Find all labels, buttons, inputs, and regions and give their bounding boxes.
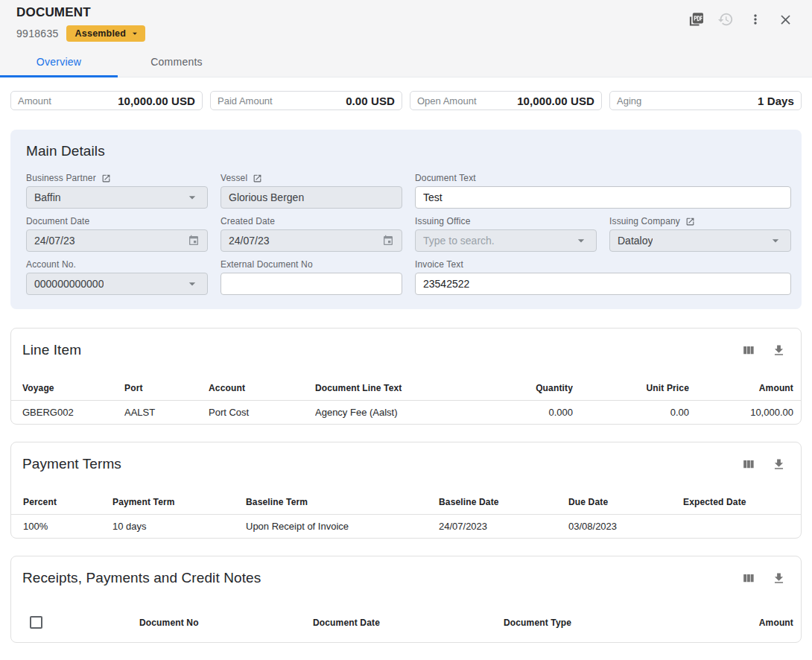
- status-badge[interactable]: Assembled: [66, 25, 146, 42]
- document-text-input[interactable]: Test: [415, 186, 791, 209]
- created-date-picker[interactable]: 24/07/23: [221, 229, 402, 252]
- open-in-new-icon[interactable]: [101, 174, 111, 183]
- issuing-company-select[interactable]: Dataloy: [609, 229, 791, 252]
- stat-amount: Amount 10,000.00 USD: [10, 91, 203, 110]
- calendar-icon: [188, 235, 200, 247]
- business-partner-select[interactable]: Baffin: [26, 186, 208, 209]
- stat-value: 0.00 USD: [346, 95, 395, 107]
- download-button[interactable]: [771, 571, 786, 586]
- field-issuing-company: Issuing Company Dataloy: [609, 216, 791, 252]
- field-label: External Document No: [221, 259, 313, 270]
- columns-button[interactable]: [740, 343, 755, 358]
- dropdown-arrow-icon: [574, 233, 589, 248]
- dropdown-arrow-icon: [185, 276, 200, 291]
- line-item-table-header: Voyage Port Account Document Line Text Q…: [11, 376, 801, 401]
- payment-terms-table-row[interactable]: 100% 10 days Upon Receipt of Invoice 24/…: [11, 515, 801, 538]
- line-item-table-row[interactable]: GBERG002 AALST Port Cost Agency Fee (Aal…: [11, 401, 801, 424]
- field-label: Business Partner: [26, 173, 96, 183]
- header-actions: [687, 10, 794, 28]
- download-icon: [772, 343, 786, 358]
- stat-open-amount: Open Amount 10,000.00 USD: [410, 91, 602, 110]
- section-title-main-details: Main Details: [26, 142, 791, 160]
- columns-icon: [741, 457, 755, 472]
- document-content: Amount 10,000.00 USD Paid Amount 0.00 US…: [0, 77, 812, 643]
- section-title-payment-terms: Payment Terms: [22, 455, 121, 473]
- main-details-section: Main Details Business Partner Baffin: [10, 130, 802, 309]
- document-number: 9918635: [16, 28, 59, 39]
- more-options-button[interactable]: [746, 10, 764, 28]
- invoice-text-input[interactable]: 23542522: [415, 273, 791, 295]
- field-label: Created Date: [221, 216, 275, 226]
- tab-overview[interactable]: Overview: [0, 46, 118, 77]
- field-created-date: Created Date 24/07/23: [221, 216, 402, 252]
- download-icon: [772, 457, 786, 472]
- dropdown-arrow-icon: [185, 190, 200, 205]
- close-button[interactable]: [776, 10, 794, 28]
- tab-comments[interactable]: Comments: [118, 46, 235, 77]
- select-all-checkbox[interactable]: [30, 616, 42, 629]
- history-button[interactable]: [717, 10, 735, 28]
- pdf-export-icon: [688, 11, 705, 28]
- stat-label: Paid Amount: [218, 95, 273, 107]
- status-badge-label: Assembled: [75, 28, 127, 39]
- stat-paid-amount: Paid Amount 0.00 USD: [210, 91, 402, 110]
- field-label: Issuing Office: [415, 216, 471, 226]
- calendar-icon: [382, 235, 394, 247]
- main-details-grid: Business Partner Baffin Vessel: [26, 173, 791, 295]
- title-block: DOCUMENT 9918635 Assembled: [16, 5, 145, 42]
- field-business-partner: Business Partner Baffin: [26, 173, 208, 209]
- field-document-date: Document Date 24/07/23: [26, 216, 208, 252]
- stat-label: Open Amount: [417, 95, 477, 107]
- field-label: Document Text: [415, 173, 476, 183]
- stat-label: Amount: [18, 95, 51, 107]
- stat-value: 10,000.00 USD: [517, 95, 594, 107]
- stat-value: 10,000.00 USD: [118, 95, 195, 107]
- stat-aging: Aging 1 Days: [609, 91, 802, 110]
- tab-bar: Overview Comments: [0, 46, 235, 77]
- open-in-new-icon[interactable]: [685, 217, 695, 226]
- pdf-export-button[interactable]: [687, 10, 705, 28]
- field-invoice-text: Invoice Text 23542522: [415, 259, 791, 295]
- receipts-section: Receipts, Payments and Credit Notes Docu…: [10, 556, 802, 643]
- field-issuing-office: Issuing Office Type to search.: [415, 216, 597, 252]
- download-button[interactable]: [771, 457, 786, 472]
- download-button[interactable]: [771, 343, 786, 358]
- kebab-menu-icon: [748, 12, 763, 27]
- stat-label: Aging: [617, 95, 641, 107]
- page-title: DOCUMENT: [16, 5, 145, 20]
- columns-icon: [741, 571, 755, 586]
- columns-button[interactable]: [740, 571, 755, 586]
- summary-stats-row: Amount 10,000.00 USD Paid Amount 0.00 US…: [10, 91, 802, 110]
- field-vessel: Vessel Glorious Bergen: [221, 173, 402, 209]
- document-date-picker[interactable]: 24/07/23: [26, 229, 208, 252]
- download-icon: [772, 571, 786, 586]
- close-icon: [778, 12, 793, 28]
- field-account-no: Account No. 000000000000: [26, 259, 208, 295]
- dropdown-arrow-icon: [768, 233, 783, 248]
- columns-icon: [741, 343, 755, 358]
- field-label: Invoice Text: [415, 259, 463, 270]
- document-header: DOCUMENT 9918635 Assembled: [0, 0, 812, 77]
- columns-button[interactable]: [740, 457, 755, 472]
- external-document-no-input[interactable]: [221, 273, 402, 295]
- field-document-text: Document Text Test: [415, 173, 791, 209]
- chevron-down-icon: [130, 28, 140, 39]
- field-external-document-no: External Document No: [221, 259, 402, 295]
- stat-value: 1 Days: [758, 95, 794, 107]
- section-title-receipts: Receipts, Payments and Credit Notes: [22, 569, 261, 587]
- field-label: Account No.: [26, 259, 76, 270]
- payment-terms-table-header: Percent Payment Term Baseline Term Basel…: [11, 490, 801, 515]
- field-label: Issuing Company: [609, 216, 680, 226]
- vessel-field[interactable]: Glorious Bergen: [221, 186, 402, 209]
- payment-terms-section: Payment Terms Percent Payment Term Basel…: [10, 442, 802, 539]
- line-item-section: Line Item Voyage Port Account Document L…: [10, 328, 802, 425]
- account-no-select[interactable]: 000000000000: [26, 273, 208, 295]
- issuing-office-select[interactable]: Type to search.: [415, 229, 597, 252]
- receipts-table-header: Document No Document Date Document Type …: [11, 605, 801, 641]
- section-title-line-item: Line Item: [22, 341, 81, 359]
- field-label: Document Date: [26, 216, 89, 226]
- history-icon: [717, 11, 734, 28]
- field-label: Vessel: [221, 173, 247, 183]
- open-in-new-icon[interactable]: [253, 174, 262, 183]
